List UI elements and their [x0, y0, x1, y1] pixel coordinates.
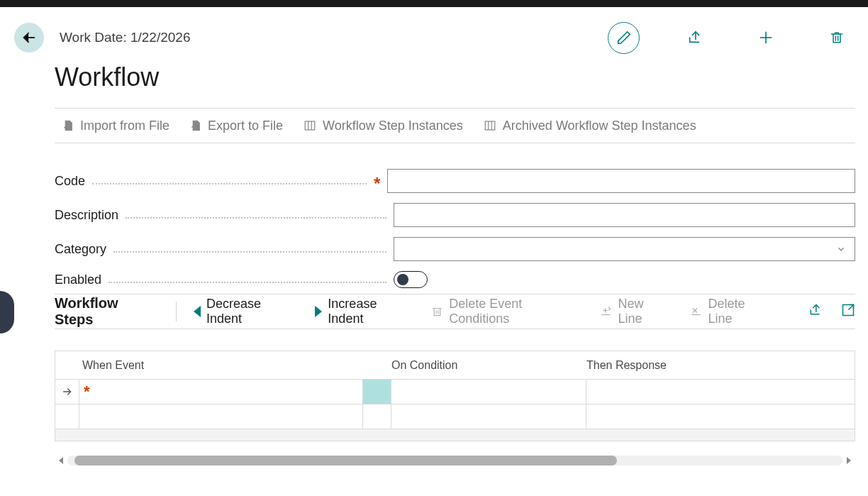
triangle-right-icon — [845, 456, 852, 465]
side-handle[interactable] — [0, 291, 14, 334]
scroll-track[interactable] — [67, 456, 842, 465]
divider — [55, 329, 855, 329]
svg-rect-8 — [305, 121, 315, 130]
decrease-indent-button[interactable]: Decrease Indent — [194, 297, 294, 326]
when-event-cell[interactable]: * — [79, 380, 363, 404]
delete-line-label: Delete Line — [708, 297, 769, 326]
export-label: Export to File — [208, 119, 283, 133]
vertical-divider — [176, 302, 177, 321]
work-date-label: Work Date: 1/22/2026 — [60, 30, 190, 45]
svg-marker-27 — [847, 457, 851, 464]
triangle-left-icon — [194, 306, 201, 317]
workflow-step-instances-action[interactable]: Workflow Step Instances — [303, 119, 463, 133]
dot-leader — [126, 217, 386, 219]
delete-event-label: Delete Event Conditions — [449, 297, 578, 326]
new-line-icon — [599, 305, 613, 318]
table-icon — [303, 119, 317, 132]
new-line-button[interactable]: New Line — [599, 297, 668, 326]
scroll-thumb[interactable] — [74, 456, 617, 465]
file-import-icon — [62, 119, 74, 133]
new-button[interactable] — [750, 22, 781, 54]
share-icon — [687, 30, 703, 45]
event-lookup-button[interactable] — [363, 404, 391, 429]
page-title: Workflow — [55, 62, 868, 92]
table-row[interactable]: * — [55, 380, 855, 404]
triangle-left-icon — [57, 456, 65, 465]
category-label: Category — [55, 242, 106, 257]
on-condition-cell[interactable] — [391, 404, 586, 429]
required-icon: * — [84, 382, 90, 401]
category-select[interactable] — [394, 237, 855, 261]
enabled-toggle[interactable] — [394, 271, 428, 288]
archived-instances-action[interactable]: Archived Workflow Step Instances — [483, 119, 696, 133]
command-bar: Import from File Export to File Workflow… — [62, 109, 855, 143]
column-header-when-event[interactable]: When Event — [79, 359, 391, 372]
event-lookup-button[interactable] — [363, 380, 391, 404]
chevron-down-icon — [836, 244, 846, 254]
dot-leader — [92, 183, 367, 184]
column-header-on-condition[interactable]: On Condition — [391, 359, 586, 372]
increase-indent-label: Increase Indent — [328, 297, 410, 326]
on-condition-cell[interactable] — [391, 380, 586, 404]
decrease-indent-label: Decrease Indent — [206, 297, 294, 326]
pencil-icon — [616, 30, 632, 45]
export-to-file-action[interactable]: Export to File — [189, 119, 283, 133]
table-icon — [483, 119, 497, 132]
scroll-right-button[interactable] — [842, 456, 855, 465]
description-label: Description — [55, 208, 118, 223]
workflow-steps-section-title: Workflow Steps — [55, 295, 176, 328]
horizontal-scrollbar[interactable] — [55, 453, 855, 468]
share-button[interactable] — [679, 22, 711, 54]
delete-line-button[interactable]: Delete Line — [689, 297, 769, 326]
plus-icon — [758, 30, 774, 45]
dot-leader — [113, 251, 386, 253]
import-from-file-action[interactable]: Import from File — [62, 119, 169, 133]
svg-line-24 — [849, 305, 854, 310]
archived-label: Archived Workflow Step Instances — [503, 119, 696, 133]
description-input[interactable] — [394, 203, 855, 227]
share-icon — [808, 303, 823, 317]
scroll-left-button[interactable] — [55, 456, 67, 465]
trash-icon — [431, 304, 443, 319]
grid-footer — [55, 429, 855, 441]
instances-label: Workflow Step Instances — [323, 119, 463, 133]
delete-button[interactable] — [820, 22, 852, 54]
then-response-cell[interactable] — [586, 380, 855, 404]
file-export-icon — [189, 119, 202, 133]
dot-leader — [108, 282, 386, 283]
required-icon: * — [374, 174, 380, 194]
code-input[interactable] — [387, 169, 855, 193]
import-label: Import from File — [80, 119, 169, 133]
when-event-cell[interactable]: * — [79, 404, 363, 429]
arrow-left-icon — [21, 30, 37, 45]
workflow-steps-grid: When Event On Condition Then Response * … — [55, 351, 855, 441]
expand-icon — [841, 303, 855, 317]
increase-indent-button[interactable]: Increase Indent — [315, 297, 410, 326]
trash-icon — [830, 30, 844, 45]
svg-rect-11 — [485, 121, 495, 130]
table-row[interactable]: * — [55, 404, 855, 429]
back-button[interactable] — [14, 23, 44, 53]
edit-button[interactable] — [608, 22, 640, 54]
triangle-right-icon — [315, 306, 322, 317]
row-selector[interactable] — [55, 380, 79, 404]
expand-button[interactable] — [841, 303, 855, 320]
svg-marker-26 — [59, 457, 63, 464]
delete-line-icon — [689, 305, 703, 318]
arrow-right-icon — [61, 386, 74, 397]
row-selector[interactable] — [55, 404, 79, 429]
delete-event-conditions-button[interactable]: Delete Event Conditions — [431, 297, 577, 326]
then-response-cell[interactable] — [586, 404, 855, 429]
new-line-label: New Line — [618, 297, 667, 326]
toggle-knob — [397, 274, 408, 285]
code-label: Code — [55, 174, 85, 189]
column-header-then-response[interactable]: Then Response — [586, 359, 785, 372]
open-share-button[interactable] — [808, 303, 823, 320]
enabled-label: Enabled — [55, 272, 101, 287]
